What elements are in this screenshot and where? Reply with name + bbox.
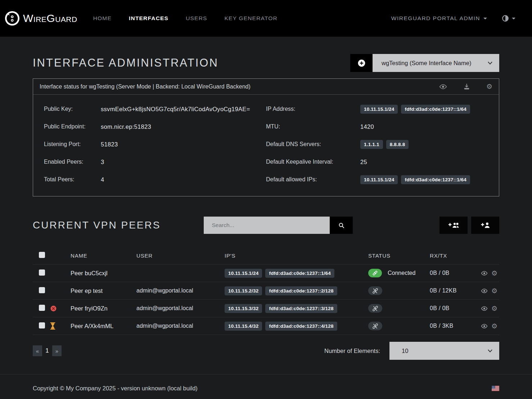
status-badge xyxy=(368,304,382,313)
peer-user: admin@wgportal.local xyxy=(136,323,225,329)
link-icon xyxy=(372,270,378,276)
gear-icon: ⚙ xyxy=(491,305,497,312)
row-checkbox[interactable] xyxy=(39,287,45,293)
elements-per-page-value: 10 xyxy=(402,348,408,354)
field-label: Default DNS Servers: xyxy=(266,141,360,148)
gear-icon: ⚙ xyxy=(491,270,497,277)
peer-user: admin@wgportal.local xyxy=(136,305,225,312)
keepalive-value: 25 xyxy=(360,159,367,166)
field-label: Enabled Peers: xyxy=(44,159,101,165)
ip-badge: fdfd:d3ad:c0de:1237::1/64 xyxy=(401,105,470,114)
peer-ip-badge: 10.11.15.4/32 xyxy=(225,322,262,331)
field-label: IP Address: xyxy=(266,106,360,112)
field-label: MTU: xyxy=(266,123,360,130)
nav-item-key-generator[interactable]: KEY GENERATOR xyxy=(225,15,278,22)
public-endpoint-row: Public Endpoint: som.nicr.ep:51823 xyxy=(44,122,266,131)
add-multiple-peers-button[interactable] xyxy=(439,217,468,234)
brand[interactable]: WireGuard xyxy=(4,10,77,26)
search-button[interactable] xyxy=(330,217,353,234)
allowed-ip-badge: fdfd:d3ad:c0de:1237::1/64 xyxy=(401,175,470,184)
peer-rxtx: 0B / 3KB xyxy=(430,323,481,329)
peer-settings-button[interactable]: ⚙ xyxy=(491,287,497,294)
search-input[interactable] xyxy=(204,217,330,234)
ip-address-row: IP Address: 10.11.15.1/24 fdfd:d3ad:c0de… xyxy=(266,105,488,113)
peer-view-button[interactable] xyxy=(481,287,488,294)
peer-view-button[interactable] xyxy=(481,323,488,330)
card-title: Interface status for wgTesting (Server M… xyxy=(40,83,251,90)
eye-icon xyxy=(481,270,488,277)
page-title: INTERFACE ADMINISTRATION xyxy=(33,56,218,69)
caret-down-icon xyxy=(512,18,515,19)
peer-ip-badge: 10.11.15.3/32 xyxy=(225,304,262,313)
user-menu[interactable]: WIREGUARD PORTAL ADMIN xyxy=(391,15,487,22)
peer-ip-badge: fdfd:d3ad:c0de:1237::1/64 xyxy=(265,269,334,278)
pagination-prev-button[interactable]: « xyxy=(33,345,42,356)
nav-item-users[interactable]: USERS xyxy=(186,15,207,22)
peer-settings-button[interactable]: ⚙ xyxy=(491,270,497,277)
allowed-ips-row: Default allowed IPs: 10.11.15.1/24 fdfd:… xyxy=(266,175,488,184)
add-interface-button[interactable] xyxy=(350,54,373,72)
peer-view-button[interactable] xyxy=(481,305,488,312)
peer-settings-button[interactable]: ⚙ xyxy=(491,305,497,312)
field-label: Public Key: xyxy=(44,106,101,112)
row-checkbox[interactable] xyxy=(39,269,45,276)
status-label: Connected xyxy=(388,270,415,276)
elements-per-page-select[interactable]: 10 xyxy=(389,342,499,360)
chevron-down-icon xyxy=(487,349,493,353)
link-slash-icon xyxy=(372,323,378,329)
peer-rxtx: 0B / 0B xyxy=(430,305,481,312)
row-checkbox[interactable] xyxy=(39,305,45,311)
interface-settings-button[interactable]: ⚙ xyxy=(486,83,492,90)
download-config-button[interactable] xyxy=(463,83,470,90)
mtu-value: 1420 xyxy=(360,123,374,130)
col-header-rxtx: RX/TX xyxy=(430,253,481,259)
view-config-button[interactable] xyxy=(439,83,447,91)
elements-per-page-label: Number of Elements: xyxy=(324,348,380,354)
user-menu-label: WIREGUARD PORTAL ADMIN xyxy=(391,15,480,22)
plus-circle-icon xyxy=(357,59,366,68)
peer-view-button[interactable] xyxy=(481,270,488,277)
add-peer-button[interactable] xyxy=(471,217,499,234)
gear-icon: ⚙ xyxy=(491,287,497,294)
nav-item-interfaces[interactable]: INTERFACES xyxy=(129,15,168,22)
interface-select[interactable]: wgTesting (Some Interface Name) xyxy=(373,54,499,72)
public-key-row: Public Key: ssvmEelxG+k8jsNO5G7cq5r/Ak7l… xyxy=(44,105,266,113)
interface-select-value: wgTesting (Some Interface Name) xyxy=(382,60,471,67)
listening-port-value: 51823 xyxy=(101,141,118,148)
footer: Copyright © My Company 2025 - version un… xyxy=(0,374,532,399)
peer-rxtx: 0B / 12KB xyxy=(430,287,481,294)
hourglass-icon xyxy=(50,322,55,330)
brand-name: WireGuard xyxy=(23,13,77,24)
col-header-user: USER xyxy=(136,253,225,259)
copyright-text: Copyright © My Company 2025 - version un… xyxy=(33,385,198,392)
peers-table: NAME USER IP'S STATUS RX/TX xyxy=(33,247,499,335)
allowed-ip-badge: 10.11.15.1/24 xyxy=(360,175,398,184)
mtu-row: MTU: 1420 xyxy=(266,122,488,131)
select-all-checkbox[interactable] xyxy=(39,252,45,258)
enabled-peers-row: Enabled Peers: 3 xyxy=(44,158,266,166)
peer-name: Peer buC5cxjl xyxy=(71,270,136,277)
add-user-icon xyxy=(480,221,490,229)
table-header-row: NAME USER IP'S STATUS RX/TX xyxy=(33,247,499,264)
caret-down-icon xyxy=(483,18,487,19)
us-flag-icon[interactable] xyxy=(492,386,499,391)
interface-status-card: Interface status for wgTesting (Server M… xyxy=(33,78,499,196)
status-badge xyxy=(368,322,382,330)
row-checkbox[interactable] xyxy=(39,322,45,328)
theme-toggle[interactable] xyxy=(501,14,515,22)
table-row: Peer fryiO9Zn admin@wgportal.local 10.11… xyxy=(33,300,499,317)
peer-settings-button[interactable]: ⚙ xyxy=(491,323,497,330)
nav-item-home[interactable]: HOME xyxy=(93,15,112,22)
download-icon xyxy=(463,83,470,90)
link-slash-icon xyxy=(372,305,378,312)
col-header-status: STATUS xyxy=(368,253,430,259)
listening-port-row: Listening Port: 51823 xyxy=(44,140,266,149)
field-label: Default allowed IPs: xyxy=(266,176,360,183)
peer-name: Peer ep test xyxy=(71,287,136,294)
total-peers-row: Total Peers: 4 xyxy=(44,175,266,184)
eye-icon xyxy=(439,83,447,91)
dns-row: Default DNS Servers: 1.1.1.1 8.8.8.8 xyxy=(266,140,488,149)
peer-name: Peer fryiO9Zn xyxy=(71,305,136,312)
pagination-page-1[interactable]: 1 xyxy=(42,345,52,356)
pagination-next-button[interactable]: » xyxy=(52,345,62,356)
